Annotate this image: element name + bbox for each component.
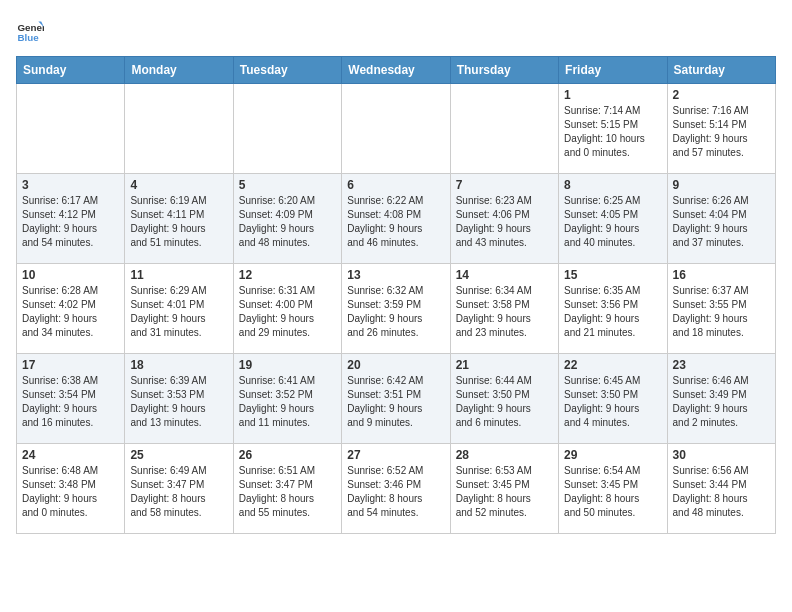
calendar-cell: 16Sunrise: 6:37 AM Sunset: 3:55 PM Dayli… xyxy=(667,264,775,354)
day-info: Sunrise: 6:31 AM Sunset: 4:00 PM Dayligh… xyxy=(239,284,336,340)
day-number: 17 xyxy=(22,358,119,372)
calendar-cell: 26Sunrise: 6:51 AM Sunset: 3:47 PM Dayli… xyxy=(233,444,341,534)
day-info: Sunrise: 6:17 AM Sunset: 4:12 PM Dayligh… xyxy=(22,194,119,250)
day-number: 13 xyxy=(347,268,444,282)
calendar-cell: 29Sunrise: 6:54 AM Sunset: 3:45 PM Dayli… xyxy=(559,444,667,534)
day-info: Sunrise: 7:16 AM Sunset: 5:14 PM Dayligh… xyxy=(673,104,770,160)
calendar-cell xyxy=(342,84,450,174)
day-info: Sunrise: 6:49 AM Sunset: 3:47 PM Dayligh… xyxy=(130,464,227,520)
day-info: Sunrise: 6:35 AM Sunset: 3:56 PM Dayligh… xyxy=(564,284,661,340)
logo: General Blue xyxy=(16,16,48,44)
weekday-header: Thursday xyxy=(450,57,558,84)
day-info: Sunrise: 6:48 AM Sunset: 3:48 PM Dayligh… xyxy=(22,464,119,520)
weekday-header: Sunday xyxy=(17,57,125,84)
day-number: 22 xyxy=(564,358,661,372)
calendar-cell: 19Sunrise: 6:41 AM Sunset: 3:52 PM Dayli… xyxy=(233,354,341,444)
weekday-header: Friday xyxy=(559,57,667,84)
day-number: 9 xyxy=(673,178,770,192)
day-number: 3 xyxy=(22,178,119,192)
day-info: Sunrise: 6:39 AM Sunset: 3:53 PM Dayligh… xyxy=(130,374,227,430)
calendar-cell: 1Sunrise: 7:14 AM Sunset: 5:15 PM Daylig… xyxy=(559,84,667,174)
day-number: 28 xyxy=(456,448,553,462)
day-info: Sunrise: 6:22 AM Sunset: 4:08 PM Dayligh… xyxy=(347,194,444,250)
calendar-cell: 8Sunrise: 6:25 AM Sunset: 4:05 PM Daylig… xyxy=(559,174,667,264)
calendar-cell: 17Sunrise: 6:38 AM Sunset: 3:54 PM Dayli… xyxy=(17,354,125,444)
weekday-header: Tuesday xyxy=(233,57,341,84)
day-number: 16 xyxy=(673,268,770,282)
calendar-cell: 4Sunrise: 6:19 AM Sunset: 4:11 PM Daylig… xyxy=(125,174,233,264)
day-info: Sunrise: 6:51 AM Sunset: 3:47 PM Dayligh… xyxy=(239,464,336,520)
calendar-cell: 14Sunrise: 6:34 AM Sunset: 3:58 PM Dayli… xyxy=(450,264,558,354)
calendar-cell: 3Sunrise: 6:17 AM Sunset: 4:12 PM Daylig… xyxy=(17,174,125,264)
day-number: 25 xyxy=(130,448,227,462)
calendar-table: SundayMondayTuesdayWednesdayThursdayFrid… xyxy=(16,56,776,534)
calendar-cell: 22Sunrise: 6:45 AM Sunset: 3:50 PM Dayli… xyxy=(559,354,667,444)
calendar-cell: 2Sunrise: 7:16 AM Sunset: 5:14 PM Daylig… xyxy=(667,84,775,174)
day-number: 7 xyxy=(456,178,553,192)
weekday-header: Wednesday xyxy=(342,57,450,84)
day-number: 15 xyxy=(564,268,661,282)
calendar-cell: 21Sunrise: 6:44 AM Sunset: 3:50 PM Dayli… xyxy=(450,354,558,444)
calendar-cell: 6Sunrise: 6:22 AM Sunset: 4:08 PM Daylig… xyxy=(342,174,450,264)
day-info: Sunrise: 6:34 AM Sunset: 3:58 PM Dayligh… xyxy=(456,284,553,340)
day-info: Sunrise: 6:52 AM Sunset: 3:46 PM Dayligh… xyxy=(347,464,444,520)
day-number: 19 xyxy=(239,358,336,372)
day-number: 10 xyxy=(22,268,119,282)
calendar-cell: 10Sunrise: 6:28 AM Sunset: 4:02 PM Dayli… xyxy=(17,264,125,354)
page-header: General Blue xyxy=(16,16,776,44)
calendar-cell: 7Sunrise: 6:23 AM Sunset: 4:06 PM Daylig… xyxy=(450,174,558,264)
calendar-cell: 5Sunrise: 6:20 AM Sunset: 4:09 PM Daylig… xyxy=(233,174,341,264)
calendar-cell: 12Sunrise: 6:31 AM Sunset: 4:00 PM Dayli… xyxy=(233,264,341,354)
day-number: 1 xyxy=(564,88,661,102)
day-number: 14 xyxy=(456,268,553,282)
calendar-cell: 30Sunrise: 6:56 AM Sunset: 3:44 PM Dayli… xyxy=(667,444,775,534)
calendar-cell: 9Sunrise: 6:26 AM Sunset: 4:04 PM Daylig… xyxy=(667,174,775,264)
calendar-cell: 28Sunrise: 6:53 AM Sunset: 3:45 PM Dayli… xyxy=(450,444,558,534)
day-number: 20 xyxy=(347,358,444,372)
day-info: Sunrise: 6:26 AM Sunset: 4:04 PM Dayligh… xyxy=(673,194,770,250)
day-number: 24 xyxy=(22,448,119,462)
day-number: 4 xyxy=(130,178,227,192)
calendar-cell xyxy=(17,84,125,174)
calendar-cell: 24Sunrise: 6:48 AM Sunset: 3:48 PM Dayli… xyxy=(17,444,125,534)
day-info: Sunrise: 6:23 AM Sunset: 4:06 PM Dayligh… xyxy=(456,194,553,250)
day-number: 8 xyxy=(564,178,661,192)
day-number: 12 xyxy=(239,268,336,282)
day-number: 30 xyxy=(673,448,770,462)
day-info: Sunrise: 6:56 AM Sunset: 3:44 PM Dayligh… xyxy=(673,464,770,520)
day-number: 29 xyxy=(564,448,661,462)
calendar-cell xyxy=(450,84,558,174)
day-info: Sunrise: 6:46 AM Sunset: 3:49 PM Dayligh… xyxy=(673,374,770,430)
day-info: Sunrise: 7:14 AM Sunset: 5:15 PM Dayligh… xyxy=(564,104,661,160)
day-info: Sunrise: 6:45 AM Sunset: 3:50 PM Dayligh… xyxy=(564,374,661,430)
calendar-cell: 13Sunrise: 6:32 AM Sunset: 3:59 PM Dayli… xyxy=(342,264,450,354)
calendar-cell: 25Sunrise: 6:49 AM Sunset: 3:47 PM Dayli… xyxy=(125,444,233,534)
calendar-cell: 27Sunrise: 6:52 AM Sunset: 3:46 PM Dayli… xyxy=(342,444,450,534)
day-number: 5 xyxy=(239,178,336,192)
day-info: Sunrise: 6:38 AM Sunset: 3:54 PM Dayligh… xyxy=(22,374,119,430)
day-info: Sunrise: 6:19 AM Sunset: 4:11 PM Dayligh… xyxy=(130,194,227,250)
weekday-header: Monday xyxy=(125,57,233,84)
day-info: Sunrise: 6:28 AM Sunset: 4:02 PM Dayligh… xyxy=(22,284,119,340)
day-info: Sunrise: 6:37 AM Sunset: 3:55 PM Dayligh… xyxy=(673,284,770,340)
calendar-cell: 20Sunrise: 6:42 AM Sunset: 3:51 PM Dayli… xyxy=(342,354,450,444)
day-info: Sunrise: 6:54 AM Sunset: 3:45 PM Dayligh… xyxy=(564,464,661,520)
calendar-cell xyxy=(125,84,233,174)
calendar-cell: 23Sunrise: 6:46 AM Sunset: 3:49 PM Dayli… xyxy=(667,354,775,444)
day-info: Sunrise: 6:41 AM Sunset: 3:52 PM Dayligh… xyxy=(239,374,336,430)
logo-icon: General Blue xyxy=(16,16,44,44)
day-number: 27 xyxy=(347,448,444,462)
day-info: Sunrise: 6:44 AM Sunset: 3:50 PM Dayligh… xyxy=(456,374,553,430)
day-number: 2 xyxy=(673,88,770,102)
day-info: Sunrise: 6:42 AM Sunset: 3:51 PM Dayligh… xyxy=(347,374,444,430)
day-number: 18 xyxy=(130,358,227,372)
day-number: 6 xyxy=(347,178,444,192)
calendar-cell: 18Sunrise: 6:39 AM Sunset: 3:53 PM Dayli… xyxy=(125,354,233,444)
calendar-cell: 11Sunrise: 6:29 AM Sunset: 4:01 PM Dayli… xyxy=(125,264,233,354)
day-number: 26 xyxy=(239,448,336,462)
weekday-header: Saturday xyxy=(667,57,775,84)
day-info: Sunrise: 6:32 AM Sunset: 3:59 PM Dayligh… xyxy=(347,284,444,340)
day-info: Sunrise: 6:25 AM Sunset: 4:05 PM Dayligh… xyxy=(564,194,661,250)
day-number: 11 xyxy=(130,268,227,282)
svg-text:Blue: Blue xyxy=(17,32,39,43)
